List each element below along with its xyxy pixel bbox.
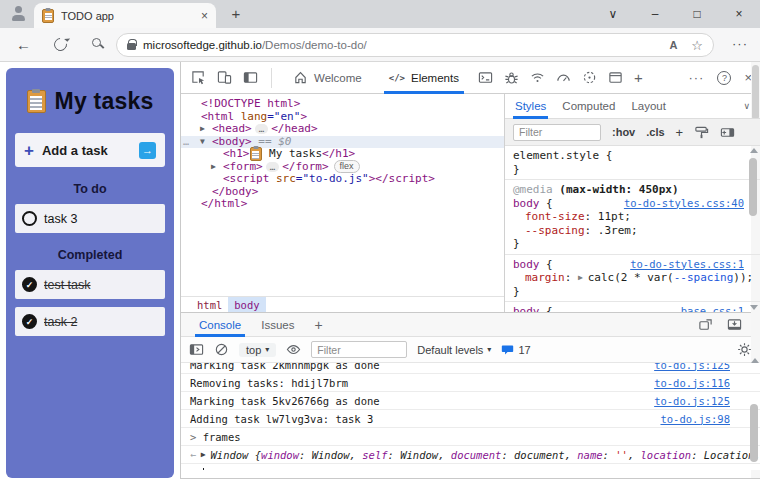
expand-drawer-icon[interactable] [727,317,742,332]
clear-console-icon[interactable] [214,342,229,357]
checked-circle-icon[interactable]: ✓ [22,314,37,329]
dom-tree-node[interactable]: <script src="to-do.js"></script> [181,173,504,186]
url-text[interactable]: microsoftedge.github.io/Demos/demo-to-do… [143,39,662,51]
style-line[interactable]: } [505,163,760,177]
console-row[interactable]: Removing tasks: hdijl7brmto-do.js:116 [181,374,760,392]
dom-tree-node[interactable]: <h1> My tasks</h1> [181,148,504,161]
close-window-button[interactable]: × [718,7,760,21]
unchecked-circle-icon[interactable] [22,211,37,226]
add-drawer-tab-button[interactable]: + [306,317,330,333]
device-emulation-icon[interactable] [217,70,232,85]
live-expression-eye-icon[interactable] [286,342,301,357]
expand-arrow-icon[interactable]: ▼ [200,136,205,149]
help-icon[interactable]: ? [717,71,731,85]
network-wifi-icon[interactable] [530,70,545,85]
browser-tab[interactable]: TODO app × [34,3,216,28]
source-link[interactable]: to-do.js:125 [654,363,730,371]
scroll-up-icon[interactable] [750,148,758,153]
scroll-up-icon[interactable] [751,358,759,363]
tab-console[interactable]: Console [191,313,249,337]
tab-elements[interactable]: </> Elements [381,62,467,94]
dom-tree-node[interactable]: ▶<head>…</head> [181,123,504,136]
console-row[interactable]: ← ▶ Window {window: Window, self: Window… [181,446,760,464]
read-aloud-icon[interactable]: A [669,39,677,51]
source-link[interactable]: to-do-styles.css:1 [630,258,744,272]
profile-icon[interactable] [10,6,26,22]
expand-arrow-icon[interactable]: ▶ [200,123,205,136]
style-line[interactable]: } [505,285,760,299]
tab-computed[interactable]: Computed [562,94,615,119]
minimize-button[interactable]: – [634,7,676,21]
task-item[interactable]: ✓task 2 [15,307,165,336]
refresh-button[interactable] [51,35,69,53]
scrollbar-thumb[interactable] [750,404,758,461]
style-line[interactable]: element.style { [505,149,760,163]
new-style-rule-button[interactable]: + [676,125,684,140]
rendering-brush-icon[interactable] [694,125,709,140]
styles-scrollbar[interactable] [748,148,758,310]
source-link[interactable]: base.css:1 [681,305,744,312]
browser-menu-icon[interactable]: ··· [732,36,748,51]
expand-arrow-icon[interactable]: ▶ [211,161,216,174]
style-line[interactable]: --spacing: .3rem; [505,224,760,238]
tab-styles[interactable]: Styles [515,94,546,119]
favorite-star-icon[interactable]: ☆ [691,38,703,53]
debugger-bug-icon[interactable] [504,70,519,85]
overflow-dots-icon[interactable]: … [183,136,189,149]
log-levels-selector[interactable]: Default levels ▾ [417,344,491,356]
address-bar[interactable]: microsoftedge.github.io/Demos/demo-to-do… [116,33,714,57]
source-link[interactable]: to-do.js:125 [654,395,730,407]
breadcrumb-item[interactable]: html [191,297,228,313]
performance-gauge-icon[interactable] [556,70,571,85]
style-line[interactable]: } [505,237,760,251]
source-link[interactable]: to-do.js:98 [660,413,730,425]
toggle-hover-state-button[interactable]: :hov [612,126,635,138]
tab-layout[interactable]: Layout [631,94,666,119]
tab-welcome[interactable]: Welcome [285,62,370,94]
tab-actions-chevron-icon[interactable]: ∨ [592,7,634,21]
source-link[interactable]: to-do.js:116 [654,377,730,389]
source-link[interactable]: to-do-styles.css:40 [624,197,744,211]
lock-icon[interactable] [127,43,136,50]
message-count[interactable]: 17 [501,343,530,356]
console-row[interactable]: > [181,464,760,470]
task-item[interactable]: ✓test task [15,270,165,299]
search-button[interactable] [92,38,101,47]
console-row[interactable]: Marking task 2kmnhmpgk as doneto-do.js:1… [181,363,760,374]
styles-filter-input[interactable] [513,124,601,141]
memory-profiler-icon[interactable] [582,70,597,85]
more-tools-button[interactable]: + [634,69,643,86]
back-button[interactable]: ← [16,36,31,53]
application-tool-icon[interactable] [608,70,623,85]
add-task-form[interactable]: + Add a task → [15,133,165,167]
console-row[interactable]: > frames [181,428,760,446]
chevron-down-icon[interactable]: ∨ [743,101,750,111]
style-line[interactable]: margin: ▶ calc(2 * var(--spacing)); [505,271,760,285]
console-filter-input[interactable] [311,341,407,358]
style-line[interactable]: body {base.css:1 [505,301,760,312]
dom-tree-node[interactable]: <!DOCTYPE html> [181,98,504,111]
add-task-input[interactable]: Add a task [42,143,108,158]
style-line[interactable]: body {to-do-styles.css:1 [505,254,760,272]
devtools-menu-icon[interactable]: ··· [688,70,704,85]
style-line[interactable]: font-size: 11pt; [505,210,760,224]
breadcrumb-item[interactable]: body [228,297,265,313]
new-tab-button[interactable]: + [226,5,246,22]
console-scrollbar[interactable] [749,356,759,466]
undock-drawer-icon[interactable] [698,317,713,332]
scroll-down-icon[interactable] [750,305,758,310]
console-sidebar-toggle-icon[interactable] [189,342,204,357]
add-task-submit-button[interactable]: → [139,142,156,159]
tab-issues[interactable]: Issues [253,313,302,337]
computed-sidebar-toggle-icon[interactable] [720,125,735,140]
checked-circle-icon[interactable]: ✓ [22,277,37,292]
style-line[interactable]: @media (max-width: 450px) [505,179,760,197]
console-row[interactable]: Adding task lw7lvg3va: task 3to-do.js:98 [181,410,760,428]
task-item[interactable]: task 3 [15,204,165,233]
dom-tree-node[interactable]: </html> [181,198,504,211]
scrollbar-thumb[interactable] [749,158,757,216]
inspect-element-icon[interactable] [191,70,206,85]
activity-bar-icon[interactable] [243,70,258,85]
style-line[interactable]: body {to-do-styles.css:40 [505,197,760,211]
tab-close-icon[interactable]: × [201,9,208,23]
